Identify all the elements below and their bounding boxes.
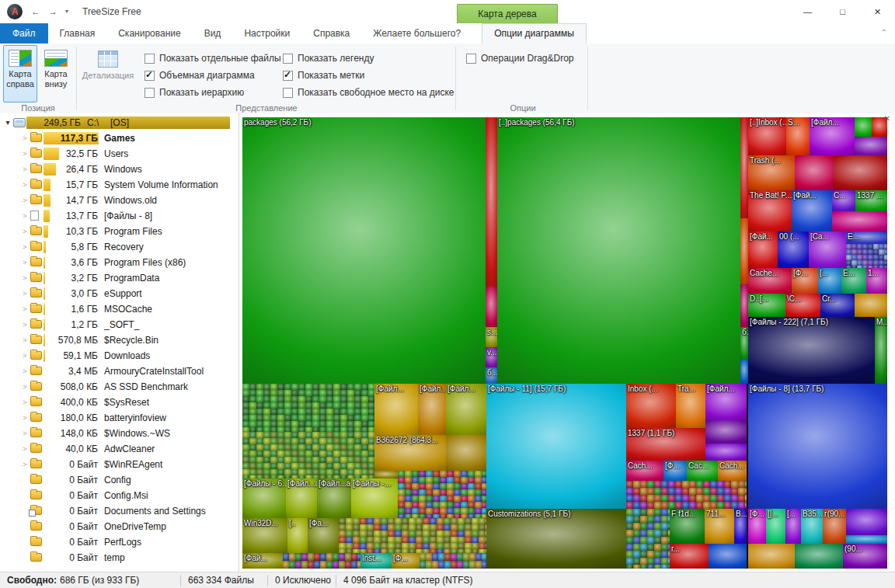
treemap-cell[interactable] [340, 396, 347, 402]
treemap-cell[interactable] [270, 396, 277, 402]
treemap-cell[interactable] [468, 502, 475, 508]
treemap-cell[interactable] [305, 457, 312, 463]
treemap-cell[interactable] [426, 471, 433, 477]
expand-chevron-icon[interactable]: > [20, 332, 30, 348]
tree-row[interactable]: >3,4 МБArmouryCrateInstallTool [0, 364, 239, 379]
treemap-cell[interactable] [333, 451, 340, 457]
expand-chevron-icon[interactable]: > [20, 348, 30, 364]
treemap-cell[interactable] [423, 524, 430, 531]
treemap-cell[interactable] [291, 463, 298, 469]
treemap-cell[interactable]: [Файлы - 11] (15,7 ГБ) [486, 384, 626, 509]
treemap-cell[interactable] [263, 432, 270, 438]
tree-row[interactable]: >508,0 КБAS SSD Benchmark [0, 379, 239, 395]
treemap-cell[interactable] [326, 396, 333, 402]
treemap-cell[interactable] [633, 544, 640, 551]
treemap-cell[interactable] [368, 396, 374, 402]
treemap-cell[interactable] [333, 457, 340, 463]
treemap-cell[interactable] [647, 558, 654, 565]
treemap-cell[interactable] [277, 451, 284, 457]
treemap-cell[interactable] [834, 155, 887, 190]
treemap-cell[interactable] [277, 421, 284, 427]
treemap-cell[interactable] [748, 544, 795, 569]
treemap-cell[interactable] [277, 432, 284, 438]
treemap-cell[interactable]: В... [734, 509, 747, 544]
treemap-cell[interactable] [682, 502, 689, 509]
treemap-cell[interactable] [256, 469, 263, 475]
treemap-cell[interactable] [277, 438, 284, 444]
treemap-cell[interactable] [633, 481, 640, 488]
checkbox-box-checked[interactable] [145, 71, 155, 81]
treemap-cell[interactable] [457, 561, 463, 569]
treemap-cell[interactable] [710, 502, 717, 509]
treemap-close-icon[interactable]: ✕ [884, 115, 890, 123]
treemap-cell[interactable] [640, 558, 647, 565]
treemap-cell[interactable] [368, 451, 374, 457]
treemap-cell[interactable] [846, 535, 887, 544]
treemap-cell[interactable] [475, 489, 482, 496]
tree-row[interactable]: >400,0 КБ$SysReset [0, 395, 239, 410]
treemap-cell[interactable] [454, 483, 461, 489]
treemap-cell[interactable] [256, 421, 263, 427]
treemap-cell[interactable]: [Файлы - 222] (7,1 ГБ) [748, 317, 875, 384]
treemap-cell[interactable] [447, 508, 454, 514]
treemap-cell[interactable] [291, 384, 298, 390]
treemap-cell[interactable] [242, 463, 249, 469]
treemap-cell[interactable] [284, 415, 291, 421]
treemap-cell[interactable] [447, 477, 454, 483]
treemap-cell[interactable] [291, 421, 298, 427]
treemap-cell[interactable] [633, 488, 640, 495]
treemap-cell[interactable] [654, 495, 661, 502]
treemap-cell[interactable] [347, 409, 354, 415]
treemap-cell[interactable] [647, 481, 654, 488]
treemap-cell[interactable] [326, 463, 333, 469]
treemap-cell[interactable] [661, 530, 668, 537]
treemap-cell[interactable] [479, 537, 486, 543]
tree-row[interactable]: 0 БайтConfig.Msi [0, 488, 239, 503]
treemap-cell[interactable] [405, 471, 412, 477]
treemap-cell[interactable] [709, 544, 747, 569]
expand-chevron-icon[interactable]: > [20, 146, 30, 162]
treemap-cell[interactable] [419, 483, 426, 489]
treemap-cell[interactable] [263, 409, 270, 415]
treemap-cell[interactable] [398, 502, 405, 508]
treemap-cell[interactable]: [..]Inbox (... [748, 117, 786, 155]
expand-chevron-icon[interactable]: ▾ [3, 115, 12, 130]
treemap-cell[interactable]: B362672 (864,3... [374, 435, 446, 471]
tree-row[interactable]: >10,3 ГБProgram Files [0, 224, 239, 239]
treemap-cell[interactable]: [Файл... [374, 384, 418, 435]
treemap-cell[interactable] [347, 415, 354, 421]
treemap-cell[interactable] [249, 444, 256, 451]
treemap-cell[interactable] [444, 524, 451, 531]
treemap-cell[interactable] [347, 396, 354, 402]
treemap-cell[interactable] [284, 390, 291, 396]
treemap-cell[interactable] [416, 543, 423, 549]
treemap-cell[interactable] [633, 502, 640, 509]
treemap-cell[interactable] [256, 432, 263, 438]
treemap-cell[interactable]: F f1d... [670, 509, 705, 544]
treemap-cell[interactable] [461, 477, 468, 483]
treemap-cell[interactable] [326, 553, 333, 561]
ribbon-checkbox[interactable]: Показать иерархию [145, 84, 281, 101]
tree-row[interactable]: >0 Байт$WinREAgent [0, 457, 239, 472]
treemap-cell[interactable] [312, 438, 319, 444]
treemap-cell[interactable] [479, 518, 486, 524]
treemap-cell[interactable] [333, 561, 339, 569]
map-bottom-button[interactable]: Карта внизу [39, 45, 73, 103]
treemap-cell[interactable]: г(90... [823, 509, 846, 544]
treemap-cell[interactable] [326, 432, 333, 438]
treemap-cell[interactable] [458, 524, 465, 531]
treemap-cell[interactable] [242, 451, 249, 457]
treemap-cell[interactable] [433, 496, 440, 502]
treemap-cell[interactable] [626, 516, 633, 523]
treemap-cell[interactable] [298, 384, 305, 390]
treemap-cell[interactable] [312, 469, 319, 475]
treemap-cell[interactable] [381, 524, 388, 531]
treemap-cell[interactable] [668, 502, 675, 509]
treemap-cell[interactable]: 1337 ... [855, 190, 887, 211]
treemap-cell[interactable] [277, 444, 284, 451]
treemap-cell[interactable] [433, 471, 440, 477]
tree-row[interactable]: >26,4 ГБWindows [0, 162, 239, 177]
treemap-cell[interactable] [361, 409, 368, 415]
treemap-cell[interactable] [475, 496, 482, 502]
treemap-cell[interactable] [354, 444, 361, 451]
